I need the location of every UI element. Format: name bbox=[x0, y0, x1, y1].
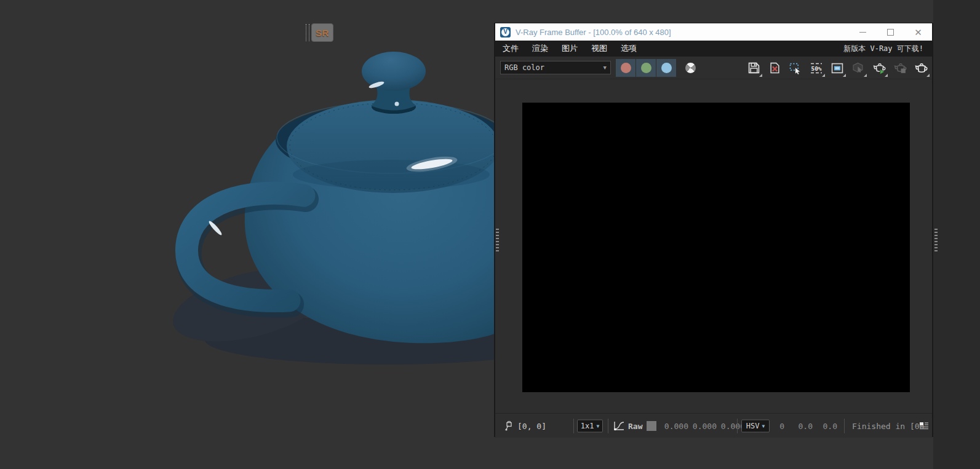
dropdown-corner bbox=[759, 74, 762, 77]
minimize-icon bbox=[859, 32, 866, 33]
sr-button[interactable]: SR bbox=[311, 23, 333, 42]
region-render-icon bbox=[831, 62, 843, 74]
menu-render[interactable]: 渲染 bbox=[532, 43, 548, 54]
chevron-down-icon: ▼ bbox=[604, 65, 607, 71]
dropdown-corner bbox=[885, 74, 888, 77]
render-button[interactable] bbox=[914, 59, 928, 77]
teapot-render bbox=[0, 0, 500, 469]
minimize-button[interactable] bbox=[849, 23, 877, 41]
menu-options[interactable]: 选项 bbox=[621, 43, 637, 54]
zoom-level-button[interactable]: 50% bbox=[809, 59, 824, 77]
svg-text:50%: 50% bbox=[811, 65, 821, 71]
color-mode-dropdown[interactable]: HSV ▼ bbox=[741, 419, 770, 432]
dropdown-corner bbox=[864, 74, 867, 77]
show-log-icon[interactable] bbox=[919, 422, 929, 430]
vfb-toolbar: RGB color ▼ bbox=[495, 57, 932, 79]
raw-value-g: 0.000 bbox=[688, 421, 717, 430]
toolbar-grip-handle[interactable] bbox=[306, 24, 309, 41]
vfb-content bbox=[495, 79, 932, 413]
region-render-button[interactable] bbox=[830, 59, 845, 77]
desktop: SR V V-Ray Frame Buffer - [100.0% of 640… bbox=[0, 0, 980, 469]
left-resize-grip[interactable] bbox=[496, 229, 499, 252]
raw-value-r: 0.000 bbox=[660, 421, 688, 430]
menu-file[interactable]: 文件 bbox=[503, 43, 519, 54]
render-teapot-icon bbox=[914, 62, 928, 74]
render-history-teapot-icon bbox=[893, 62, 907, 74]
hsv-value-h: 0 bbox=[771, 421, 784, 430]
hsv-value-v: 0.0 bbox=[818, 421, 837, 430]
right-resize-grip[interactable] bbox=[934, 229, 938, 252]
red-channel-icon bbox=[621, 63, 631, 73]
menu-view[interactable]: 视图 bbox=[591, 43, 607, 54]
separator bbox=[608, 419, 608, 433]
pixel-color-swatch bbox=[647, 421, 656, 431]
chevron-down-icon: ▼ bbox=[596, 423, 599, 428]
chevron-down-icon: ▼ bbox=[762, 423, 765, 428]
render-image[interactable] bbox=[522, 103, 910, 392]
channel-dropdown-value: RGB color bbox=[504, 63, 544, 72]
max-viewport[interactable] bbox=[0, 0, 500, 469]
separator bbox=[737, 419, 738, 433]
isolate-select-icon bbox=[852, 62, 864, 74]
menu-image[interactable]: 图片 bbox=[562, 43, 578, 54]
render-last-teapot-icon bbox=[872, 62, 886, 74]
vfb-statusbar: [0, 0] 1x1 ▼ Raw 0.000 0.000 0.000 HSV ▼ bbox=[495, 413, 932, 438]
render-time-status: Finished in [00 bbox=[852, 421, 924, 430]
save-image-button[interactable] bbox=[746, 59, 761, 77]
render-history-button-disabled[interactable] bbox=[893, 59, 907, 77]
channel-dropdown[interactable]: RGB color ▼ bbox=[500, 61, 611, 74]
green-channel-icon bbox=[641, 63, 651, 73]
update-notice-link[interactable]: 新版本 V-Ray 可下载! bbox=[843, 44, 923, 54]
blue-channel-button[interactable] bbox=[656, 59, 676, 77]
background-strip bbox=[933, 0, 980, 469]
color-mode-value: HSV bbox=[746, 422, 760, 430]
blue-channel-icon bbox=[661, 63, 672, 73]
separator bbox=[573, 419, 574, 433]
alpha-channel-button[interactable] bbox=[680, 59, 700, 77]
dropdown-corner bbox=[843, 74, 846, 77]
green-channel-button[interactable] bbox=[636, 59, 656, 77]
sr-toolbar: SR bbox=[306, 23, 333, 42]
pin-tracking-icon[interactable] bbox=[504, 420, 513, 431]
window-title: V-Ray Frame Buffer - [100.0% of 640 x 48… bbox=[516, 28, 671, 37]
maximize-icon bbox=[887, 29, 894, 36]
close-button[interactable]: ✕ bbox=[904, 23, 932, 41]
save-icon bbox=[748, 62, 760, 74]
isolate-select-button-disabled[interactable] bbox=[851, 59, 866, 77]
vray-frame-buffer-window: V V-Ray Frame Buffer - [100.0% of 640 x … bbox=[494, 23, 933, 437]
color-curve-icon[interactable] bbox=[613, 421, 624, 431]
dropdown-corner bbox=[822, 74, 825, 77]
region-select-button[interactable] bbox=[788, 59, 803, 77]
clear-image-button[interactable] bbox=[767, 59, 782, 77]
window-titlebar[interactable]: V V-Ray Frame Buffer - [100.0% of 640 x … bbox=[495, 23, 932, 41]
pixel-coordinates: [0, 0] bbox=[517, 421, 546, 430]
close-icon: ✕ bbox=[914, 28, 922, 37]
dropdown-corner bbox=[926, 74, 930, 77]
menu-bar: 文件 渲染 图片 视图 选项 新版本 V-Ray 可下载! bbox=[495, 41, 932, 57]
sample-size-dropdown[interactable]: 1x1 ▼ bbox=[577, 419, 603, 432]
region-select-icon bbox=[789, 62, 802, 74]
raw-label: Raw bbox=[628, 421, 642, 430]
red-channel-button[interactable] bbox=[616, 59, 635, 77]
maximize-button[interactable] bbox=[877, 23, 904, 41]
vray-logo-letter: V bbox=[503, 29, 508, 35]
zoom-50-icon: 50% bbox=[809, 62, 824, 74]
render-last-button[interactable] bbox=[872, 59, 886, 77]
hsv-value-s: 0.0 bbox=[793, 421, 813, 430]
alpha-channel-icon bbox=[685, 63, 696, 73]
vray-logo-icon: V bbox=[500, 27, 511, 37]
clear-image-icon bbox=[769, 62, 781, 74]
separator bbox=[844, 419, 845, 433]
sample-size-value: 1x1 bbox=[581, 422, 594, 430]
